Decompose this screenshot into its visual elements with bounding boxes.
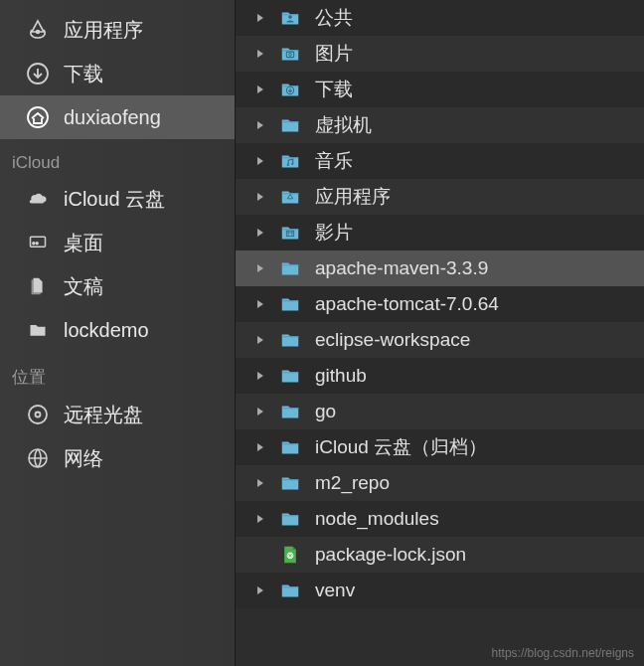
file-row[interactable]: apache-tomcat-7.0.64 <box>236 286 644 322</box>
folder-icon <box>277 365 303 387</box>
disc-icon <box>24 401 52 428</box>
file-name: 下载 <box>315 77 353 102</box>
download-icon <box>24 60 52 87</box>
sidebar-item-icloud-drive[interactable]: iCloud 云盘 <box>0 177 235 221</box>
file-row[interactable]: iCloud 云盘（归档） <box>236 429 644 465</box>
home-icon <box>24 103 52 131</box>
disclosure-triangle-icon[interactable] <box>253 512 267 526</box>
sidebar-item-lockdemo[interactable]: lockdemo <box>0 308 235 352</box>
svg-rect-3 <box>31 237 46 247</box>
disclosure-triangle-icon[interactable] <box>253 47 267 61</box>
file-row[interactable]: 公共 <box>236 0 644 36</box>
file-row[interactable]: eclipse-workspace <box>236 322 644 358</box>
svg-point-9 <box>288 15 292 19</box>
sidebar-item-desktop[interactable]: 桌面 <box>0 221 235 264</box>
file-row[interactable]: go <box>236 394 644 429</box>
folder-icon <box>277 222 303 244</box>
folder-icon <box>277 436 303 458</box>
sidebar-section-icloud: iCloud <box>0 139 235 177</box>
file-name: 应用程序 <box>315 184 391 210</box>
sidebar-item-label: 下载 <box>64 61 103 87</box>
file-row[interactable]: m2_repo <box>236 465 644 501</box>
sidebar-item-label: iCloud 云盘 <box>64 186 165 213</box>
sidebar: 应用程序 下载 duxiaofeng iCloud iCloud 云盘 桌面 文… <box>0 0 236 666</box>
sidebar-item-home[interactable]: duxiaofeng <box>0 95 235 139</box>
svg-point-6 <box>29 406 47 423</box>
svg-point-2 <box>28 107 48 127</box>
file-name: github <box>315 365 367 387</box>
file-name: 公共 <box>315 5 353 31</box>
applications-icon <box>24 16 52 44</box>
disclosure-triangle-icon[interactable] <box>253 118 267 132</box>
disclosure-triangle-icon[interactable] <box>253 297 267 311</box>
disclosure-triangle-icon[interactable] <box>253 476 267 490</box>
sidebar-section-locations: 位置 <box>0 352 235 393</box>
cloud-icon <box>24 185 52 213</box>
file-name: 音乐 <box>315 148 353 174</box>
file-row[interactable]: 音乐 <box>236 143 644 179</box>
file-row[interactable]: 下载 <box>236 72 644 107</box>
folder-icon <box>277 257 303 279</box>
file-name: apache-tomcat-7.0.64 <box>315 293 499 315</box>
disclosure-triangle-icon[interactable] <box>253 583 267 597</box>
desktop-icon <box>24 229 52 256</box>
sidebar-item-label: 远程光盘 <box>64 402 143 428</box>
folder-icon <box>277 7 303 29</box>
file-name: 影片 <box>315 220 353 246</box>
file-row[interactable]: venv <box>236 573 644 608</box>
file-name: 虚拟机 <box>315 112 372 138</box>
folder-icon <box>277 79 303 100</box>
sidebar-item-applications[interactable]: 应用程序 <box>0 8 235 52</box>
file-name: eclipse-workspace <box>315 329 470 351</box>
sidebar-item-label: 网络 <box>64 445 103 472</box>
sidebar-item-network[interactable]: 网络 <box>0 436 235 480</box>
disclosure-triangle-icon[interactable] <box>253 154 267 168</box>
file-name: node_modules <box>315 508 439 530</box>
disclosure-triangle-icon[interactable] <box>253 11 267 25</box>
file-row[interactable]: package-lock.json <box>236 537 644 573</box>
svg-point-7 <box>36 413 41 417</box>
folder-icon <box>24 316 52 344</box>
file-name: venv <box>315 580 355 601</box>
sidebar-item-downloads[interactable]: 下载 <box>0 52 235 95</box>
file-row[interactable]: apache-maven-3.3.9 <box>236 250 644 286</box>
folder-icon <box>277 150 303 172</box>
folder-icon <box>277 186 303 208</box>
disclosure-triangle-icon[interactable] <box>253 83 267 96</box>
file-name: 图片 <box>315 41 353 67</box>
sidebar-item-remote-disc[interactable]: 远程光盘 <box>0 393 235 436</box>
file-name: package-lock.json <box>315 544 466 566</box>
sidebar-item-label: 桌面 <box>64 230 103 256</box>
svg-point-5 <box>36 243 38 245</box>
sidebar-item-documents[interactable]: 文稿 <box>0 264 235 308</box>
folder-icon <box>277 401 303 422</box>
sidebar-item-label: duxiaofeng <box>64 106 161 129</box>
folder-icon <box>277 293 303 315</box>
file-row[interactable]: 影片 <box>236 215 644 250</box>
folder-icon <box>277 114 303 136</box>
file-row[interactable]: 虚拟机 <box>236 107 644 143</box>
sidebar-item-label: lockdemo <box>64 319 149 342</box>
folder-icon <box>277 580 303 601</box>
disclosure-triangle-icon[interactable] <box>253 190 267 204</box>
disclosure-triangle-icon[interactable] <box>253 440 267 454</box>
file-row[interactable]: 图片 <box>236 36 644 72</box>
watermark: https://blog.csdn.net/reigns <box>492 646 634 660</box>
file-name: apache-maven-3.3.9 <box>315 257 488 279</box>
sidebar-item-label: 应用程序 <box>64 17 143 44</box>
disclosure-triangle-icon[interactable] <box>253 548 267 562</box>
disclosure-triangle-icon[interactable] <box>253 226 267 240</box>
folder-icon <box>277 43 303 65</box>
svg-point-0 <box>37 31 40 34</box>
disclosure-triangle-icon[interactable] <box>253 333 267 347</box>
disclosure-triangle-icon[interactable] <box>253 261 267 275</box>
file-row[interactable]: 应用程序 <box>236 179 644 215</box>
disclosure-triangle-icon[interactable] <box>253 405 267 418</box>
documents-icon <box>24 272 52 300</box>
file-row[interactable]: node_modules <box>236 501 644 537</box>
sidebar-item-label: 文稿 <box>64 273 103 300</box>
folder-icon <box>277 329 303 351</box>
file-row[interactable]: github <box>236 358 644 394</box>
file-name: go <box>315 401 336 422</box>
disclosure-triangle-icon[interactable] <box>253 369 267 383</box>
